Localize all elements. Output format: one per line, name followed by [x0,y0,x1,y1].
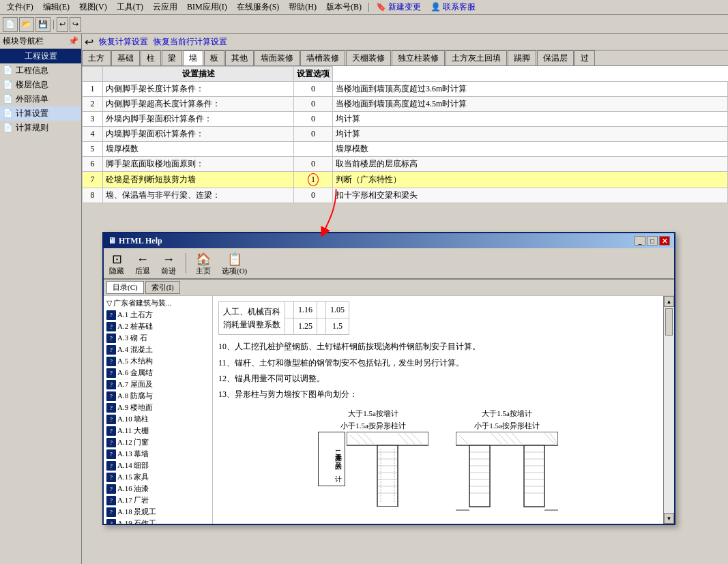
sidebar-pin[interactable]: 📌 [68,36,78,46]
save-button[interactable]: 💾 [35,17,50,32]
tab-wall-groove[interactable]: 墙槽装修 [300,50,345,65]
menu-file[interactable]: 文件(F) [3,1,38,14]
help-close-button[interactable]: ✕ [659,236,670,246]
tree-item[interactable]: ?A.6 金属结 [105,367,211,379]
tree-item[interactable]: ?A.18 景观工 [105,506,211,518]
sidebar-item-project-info[interactable]: 📄 工程信息 [0,63,81,78]
sidebar-item-label: 楼层信息 [16,79,48,91]
help-home-button[interactable]: 🏠 主页 [193,252,214,277]
help-scrollbar[interactable]: ▲ ▼ [663,296,674,524]
tab-col-decor[interactable]: 独立柱装修 [392,50,445,65]
tab-insulation[interactable]: 保温层 [537,50,574,65]
sidebar-header: 模块导航栏 📌 [0,34,81,49]
tree-item[interactable]: ?A.16 油漆 [105,483,211,494]
tree-item-label: A.19 石作工 [117,518,156,524]
tab-more[interactable]: 过 [574,50,595,65]
tree-item-icon: ? [106,368,116,378]
scroll-thumb[interactable] [665,308,673,336]
tree-item[interactable]: ?A.5 木结构 [105,355,211,367]
row-val[interactable]: 0 [294,188,333,203]
help-tab-toc[interactable]: 目录(C) [106,281,144,294]
menu-cloud[interactable]: 云应用 [149,1,181,14]
ct2: 1.16 [294,302,317,318]
menu-help[interactable]: 帮助(H) [285,1,321,14]
tab-baseboard[interactable]: 踢脚 [508,50,536,65]
tree-root[interactable]: ▽ 广东省建筑与装... [105,297,211,309]
menu-view[interactable]: 视图(V) [75,1,111,14]
tree-item[interactable]: ?A.12 门窗 [105,436,211,448]
scroll-down-button[interactable]: ▼ [664,513,674,524]
help-back-button[interactable]: ← 后退 [132,252,153,277]
row-val[interactable]: 0 [294,127,333,142]
recovery-btn2[interactable]: 恢复当前行计算设置 [154,36,227,48]
external-list-icon: 📄 [3,94,13,104]
tree-item[interactable]: ?A.17 厂岩 [105,494,211,506]
tab-foundation[interactable]: 基础 [111,50,140,65]
row-num: 4 [83,127,103,142]
row-val[interactable]: 0 [294,97,333,112]
toolbar-sep1 [53,20,54,29]
col-desc: 设置描述 [103,67,294,82]
sidebar-item-calc-rules[interactable]: 📄 计算规则 [0,121,81,135]
tab-slab[interactable]: 板 [204,50,224,65]
row-val[interactable]: 0 [294,112,333,127]
tree-item[interactable]: ?A.13 幕墙 [105,448,211,460]
menu-version[interactable]: 版本号(B) [322,1,366,14]
tree-item[interactable]: ?A.15 家具 [105,471,211,483]
row-val[interactable]: 0 [294,157,333,172]
tree-item[interactable]: ?A.14 细部 [105,460,211,471]
tab-column[interactable]: 柱 [141,50,161,65]
menu-online[interactable]: 在线服务(S) [233,1,284,14]
menu-edit[interactable]: 编辑(E) [39,1,74,14]
sidebar-item-calc-settings[interactable]: 📄 计算设置 [0,106,81,121]
tree-item[interactable]: ?A.4 混凝土 [105,344,211,355]
row-desc: 脚手架底面取楼地面原则： [103,157,294,172]
menu-bim[interactable]: BIM应用(I) [183,1,231,14]
tree-item[interactable]: ?A.7 屋面及 [105,379,211,390]
menu-contact[interactable]: 👤 联系客服 [426,1,480,14]
menu-tools[interactable]: 工具(T) [113,1,147,14]
scroll-up-button[interactable]: ▲ [664,296,674,307]
sidebar-item-floor-info[interactable]: 📄 楼层信息 [0,78,81,92]
tree-item-icon: ? [106,496,116,505]
new-button[interactable]: 📄 [3,17,18,32]
tab-wall-decor[interactable]: 墙面装修 [254,50,300,65]
tab-ceiling[interactable]: 天棚装修 [346,50,391,65]
help-forward-button[interactable]: → 前进 [158,252,179,277]
diagram-left-bottom-label: 小于1.5a按异形柱计 [318,420,428,432]
tree-item[interactable]: ?A.8 防腐与 [105,390,211,402]
redo-button[interactable]: ↪ [70,17,81,32]
undo-button[interactable]: ↩ [57,17,68,32]
row-val[interactable] [294,142,333,157]
tree-item[interactable]: ?A.9 楼地面 [105,402,211,413]
help-tab-index[interactable]: 索引(I) [145,281,180,294]
tree-item[interactable]: ?A.19 石作工 [105,518,211,524]
tree-item-label: A.7 屋面及 [117,379,153,389]
tab-other[interactable]: 其他 [225,50,254,65]
row-setting: 均计算 [333,112,728,127]
menu-new-change[interactable]: 🔖 新建变更 [372,1,425,14]
tree-item[interactable]: ?A.2 桩基础 [105,321,211,332]
tree-item[interactable]: ?A.10 墙柱 [105,413,211,425]
settings-table: 设置描述 设置选项 1内侧脚手架长度计算条件：0当楼地面到墙顶高度超过3.6m时… [82,66,728,203]
help-hide-button[interactable]: ⊡ 隐藏 [106,252,127,277]
recovery-btn1[interactable]: 恢复计算设置 [99,36,148,48]
tree-item[interactable]: ?A.11 大棚 [105,425,211,436]
tab-earthwork[interactable]: 土方 [82,50,111,65]
tree-item[interactable]: ?A.1 土石方 [105,309,211,321]
col-setting: 设置选项 [294,67,333,82]
tab-backfill[interactable]: 土方灰土回填 [446,50,507,65]
tab-wall[interactable]: 墙 [183,50,203,66]
row-val[interactable]: 0 [294,82,333,97]
help-minimize-button[interactable]: _ [635,236,645,246]
row-desc: 墙、保温墙与非平行梁、连梁： [103,188,294,203]
help-main-area: ▽ 广东省建筑与装... ?A.1 土石方?A.2 桩基础?A.3 砌 石?A.… [104,296,674,524]
help-options-button[interactable]: 📋 选项(O) [219,252,250,277]
sidebar-item-external-list[interactable]: 📄 外部清单 [0,92,81,106]
row-setting: 均计算 [333,127,728,142]
tree-item[interactable]: ?A.3 砌 石 [105,332,211,344]
help-maximize-button[interactable]: □ [647,236,658,246]
row-val[interactable]: 1 [294,172,333,188]
open-button[interactable]: 📂 [19,17,34,32]
tab-beam[interactable]: 梁 [162,50,182,65]
